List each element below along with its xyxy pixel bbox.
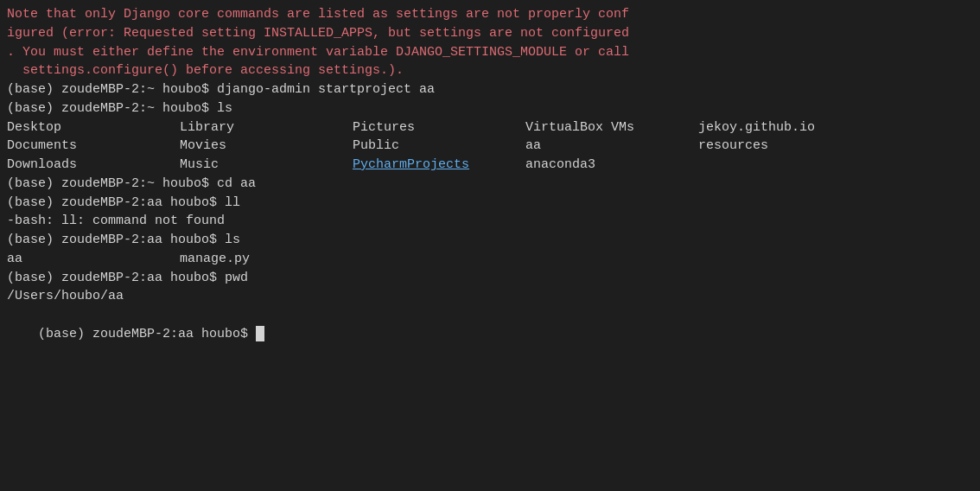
ls-output-row3: Downloads Music PycharmProjects anaconda… [7, 156, 973, 175]
cmd-ls-home: (base) zoudeMBP-2:~ houbo$ ls [7, 99, 973, 118]
ls-movies: Movies [180, 137, 353, 156]
ls-pictures: Pictures [353, 118, 525, 137]
error-line-4: settings.configure() before accessing se… [7, 61, 973, 80]
cmd-ll: (base) zoudeMBP-2:aa houbo$ ll [7, 194, 973, 213]
ls-virtualbox: VirtualBox VMs [525, 118, 698, 137]
ls-manage-py: manage.py [180, 250, 973, 269]
terminal-window[interactable]: Note that only Django core commands are … [0, 0, 980, 491]
error-line-3: . You must either define the environment… [7, 43, 973, 62]
ls-desktop: Desktop [7, 118, 180, 137]
ls-aa: aa [525, 137, 698, 156]
final-prompt-text: (base) zoudeMBP-2:aa houbo$ [38, 327, 256, 341]
cmd-startproject: (base) zoudeMBP-2:~ houbo$ django-admin … [7, 80, 973, 99]
final-prompt-line: (base) zoudeMBP-2:aa houbo$ [7, 306, 973, 362]
error-line-1: Note that only Django core commands are … [7, 5, 973, 24]
cmd-ls-aa: (base) zoudeMBP-2:aa houbo$ ls [7, 231, 973, 250]
cursor [256, 326, 264, 341]
ls-jekoy: jekoy.github.io [698, 118, 973, 137]
ls-empty [698, 156, 973, 175]
ll-error: -bash: ll: command not found [7, 212, 973, 231]
ls-music: Music [180, 156, 353, 175]
cmd-cd-aa: (base) zoudeMBP-2:~ houbo$ cd aa [7, 175, 973, 194]
ls-pycharmprojects[interactable]: PycharmProjects [353, 156, 525, 175]
ls-output-row2: Documents Movies Public aa resources [7, 137, 973, 156]
error-block: Note that only Django core commands are … [7, 5, 973, 80]
cmd-pwd: (base) zoudeMBP-2:aa houbo$ pwd [7, 269, 973, 288]
ls-downloads: Downloads [7, 156, 180, 175]
ls-public: Public [353, 137, 525, 156]
ls-aa-dir: aa [7, 250, 180, 269]
ls-anaconda3: anaconda3 [525, 156, 698, 175]
ls-output-row1: Desktop Library Pictures VirtualBox VMs … [7, 118, 973, 137]
pwd-output: /Users/houbo/aa [7, 287, 973, 306]
ls-documents: Documents [7, 137, 180, 156]
error-line-2: igured (error: Requested setting INSTALL… [7, 24, 973, 43]
ls-library: Library [180, 118, 353, 137]
ls-resources: resources [698, 137, 973, 156]
ls-aa-output: aa manage.py [7, 250, 973, 269]
